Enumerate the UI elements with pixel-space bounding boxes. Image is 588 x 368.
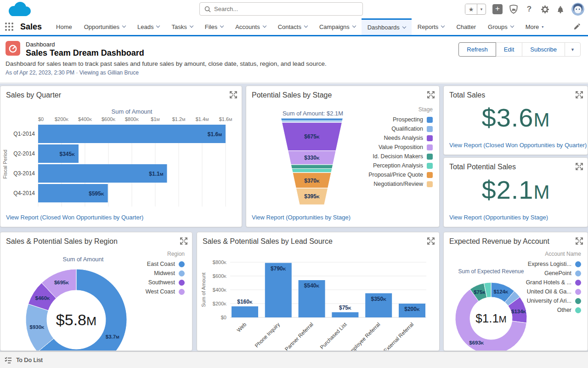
expand-icon[interactable]: [576, 163, 583, 170]
donut-chart[interactable]: $124K$134K$693K$75K$1.1M: [444, 276, 538, 351]
widget-expected-revenue-by-account: Expected Revenue by Account Sum of Expec…: [443, 232, 588, 351]
bar-chart[interactable]: $0$200K$400K$600K$800K$1M$1.2M$1.4M$1.6M…: [0, 115, 242, 220]
user-avatar[interactable]: [571, 3, 584, 16]
tab-more[interactable]: More▾: [520, 18, 550, 35]
chevron-down-icon: [304, 24, 308, 28]
triangle-down-icon: ▾: [542, 25, 543, 29]
column-chart[interactable]: $0$200K$400K$600K$800KSum of Amount$160K…: [197, 250, 440, 351]
expand-icon[interactable]: [230, 91, 237, 98]
more-actions-caret-button[interactable]: ▼: [565, 42, 581, 57]
legend-item: Midwest: [154, 270, 185, 276]
header-buttons: Refresh Edit Subscribe ▼: [459, 42, 581, 57]
edit-button[interactable]: Edit: [496, 42, 522, 57]
svg-text:Partner Referral: Partner Referral: [284, 322, 314, 351]
svg-text:$0: $0: [221, 315, 226, 320]
chevron-down-icon: [402, 24, 406, 28]
svg-text:$1.1M: $1.1M: [149, 171, 163, 177]
favorites-star-icon[interactable]: ★: [465, 4, 477, 14]
svg-text:Q3-2014: Q3-2014: [13, 170, 35, 177]
chevron-down-icon: [189, 24, 193, 28]
legend-swatch: [575, 289, 581, 295]
tab-reports[interactable]: Reports: [412, 18, 451, 35]
search-input[interactable]: [214, 6, 358, 12]
svg-text:$800K: $800K: [213, 259, 226, 265]
svg-text:$693K: $693K: [469, 340, 484, 345]
expand-icon[interactable]: [427, 91, 435, 98]
favorites-caret-icon[interactable]: ▾: [477, 4, 486, 14]
svg-text:$160K: $160K: [237, 299, 253, 305]
tab-home[interactable]: Home: [50, 18, 78, 35]
svg-text:Q1-2014: Q1-2014: [13, 131, 35, 137]
widget-title: Potential Sales by Stage: [252, 91, 332, 99]
widget-potential-sales-by-stage: Potential Sales by Stage Sum of Amount: …: [246, 86, 440, 227]
x-axis-title: Sum of Amount: [38, 108, 226, 115]
tab-leads[interactable]: Leads: [131, 18, 165, 35]
metric-value: $2.1M: [444, 175, 588, 205]
tab-dashboards[interactable]: Dashboards: [362, 18, 412, 35]
header-actions: ★ ▾ + ?: [465, 2, 584, 16]
widget-title: Total Sales: [449, 91, 485, 99]
legend-item: Negotiation/Review: [373, 181, 433, 187]
svg-text:$345K: $345K: [59, 151, 75, 157]
svg-text:$200K: $200K: [55, 116, 68, 122]
svg-text:$350K: $350K: [371, 296, 386, 302]
legend-swatch: [179, 289, 185, 295]
widget-sales-by-region: Sales & Potential Sales by Region Sum of…: [0, 232, 192, 351]
expand-icon[interactable]: [576, 237, 583, 245]
svg-text:Web: Web: [236, 322, 247, 333]
svg-text:$370K: $370K: [304, 178, 320, 184]
tab-accounts[interactable]: Accounts: [229, 18, 271, 35]
chevron-down-icon: [122, 24, 126, 28]
tab-tasks[interactable]: Tasks: [165, 18, 198, 35]
metric-value: $3.6M: [444, 103, 588, 132]
favorites-group: ★ ▾: [465, 4, 486, 15]
svg-text:$1M: $1M: [151, 116, 159, 122]
legend-item: Needs Analysis: [384, 135, 433, 141]
notifications-bell-icon[interactable]: [556, 5, 565, 14]
search-icon: [204, 6, 211, 12]
refresh-button[interactable]: Refresh: [458, 42, 496, 57]
subscribe-button[interactable]: Subscribe: [522, 42, 565, 57]
salesforce-logo: [6, 1, 31, 19]
expand-icon[interactable]: [427, 237, 435, 245]
legend-item: United Oil & Ga...: [527, 288, 581, 295]
utility-item-label[interactable]: To Do List: [16, 356, 43, 363]
tab-campaigns[interactable]: Campaigns: [313, 18, 362, 35]
svg-text:$134K: $134K: [511, 309, 526, 314]
legend-item: East Coast: [147, 261, 185, 267]
svg-text:Fiscal Period: Fiscal Period: [2, 150, 8, 179]
view-report-link[interactable]: View Report (Opportunities by Stage): [449, 214, 548, 221]
trailhead-icon[interactable]: [509, 5, 518, 14]
help-icon[interactable]: ?: [525, 5, 534, 14]
global-add-icon[interactable]: +: [492, 4, 503, 14]
expand-icon[interactable]: [576, 91, 583, 98]
tab-chatter[interactable]: Chatter: [450, 18, 482, 35]
tab-groups[interactable]: Groups: [482, 18, 520, 35]
view-report-link[interactable]: View Report (Opportunities by Stage): [252, 214, 351, 221]
legend-item: Grand Hotels & ...: [526, 279, 581, 286]
legend-swatch: [179, 270, 185, 276]
dashboard-page-header: Dashboard Sales Team Dream Dashboard Das…: [0, 36, 588, 83]
view-report-link[interactable]: View Report (Closed Won Opportunities by…: [6, 214, 143, 221]
donut-chart[interactable]: $3.7M$930K$460K$695K$5.8M: [0, 264, 157, 351]
tab-opportunities[interactable]: Opportunities: [78, 18, 131, 35]
tab-contacts[interactable]: Contacts: [272, 18, 313, 35]
tab-files[interactable]: Files: [199, 18, 229, 35]
svg-text:Purchased List: Purchased List: [319, 321, 348, 350]
app-launcher-icon[interactable]: [0, 18, 18, 35]
expand-icon[interactable]: [180, 237, 187, 245]
funnel-chart[interactable]: $675K$330K$370K$395K: [246, 117, 379, 209]
funnel-segment-id-decision-makers: [291, 165, 333, 169]
setup-gear-icon[interactable]: [540, 5, 549, 14]
legend-item: GenePoint: [544, 270, 581, 276]
legend: StageProspectingQualificationNeeds Analy…: [368, 106, 433, 187]
legend-swatch: [179, 261, 185, 267]
edit-page-pencil-icon[interactable]: [573, 23, 581, 32]
view-report-link[interactable]: View Report (Closed Won Opportunities by…: [449, 142, 587, 149]
chevron-down-icon: [352, 24, 356, 28]
widget-title: Total Potential Sales: [449, 163, 516, 171]
nav-tabs: HomeOpportunitiesLeadsTasksFilesAccounts…: [50, 18, 549, 35]
legend: RegionEast CoastMidwestSouthwestWest Coa…: [146, 251, 185, 295]
legend-swatch: [427, 126, 433, 132]
todo-list-icon: [5, 356, 12, 364]
